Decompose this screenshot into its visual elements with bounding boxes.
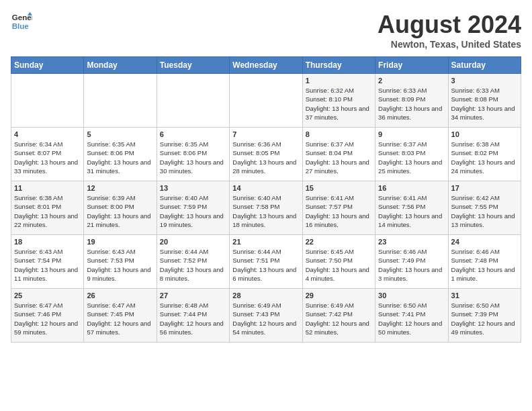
day-info: Sunrise: 6:49 AMSunset: 7:42 PMDaylight:… bbox=[306, 301, 372, 336]
day-number: 7 bbox=[232, 130, 299, 138]
day-info: Sunrise: 6:47 AMSunset: 7:46 PMDaylight:… bbox=[14, 301, 81, 336]
calendar-day-cell: 22Sunrise: 6:45 AMSunset: 7:50 PMDayligh… bbox=[302, 235, 375, 289]
day-info: Sunrise: 6:38 AMSunset: 8:01 PMDaylight:… bbox=[14, 193, 81, 229]
day-number: 2 bbox=[378, 77, 445, 85]
calendar-week-row: 1Sunrise: 6:32 AMSunset: 8:10 PMDaylight… bbox=[11, 74, 521, 128]
calendar-day-cell: 25Sunrise: 6:47 AMSunset: 7:46 PMDayligh… bbox=[11, 289, 84, 342]
calendar-day-cell: 28Sunrise: 6:49 AMSunset: 7:43 PMDayligh… bbox=[230, 289, 302, 342]
calendar-day-cell: 31Sunrise: 6:50 AMSunset: 7:39 PMDayligh… bbox=[448, 289, 521, 342]
weekday-header-cell: Thursday bbox=[302, 57, 375, 74]
day-number: 16 bbox=[378, 184, 445, 192]
day-info: Sunrise: 6:49 AMSunset: 7:43 PMDaylight:… bbox=[232, 301, 299, 336]
calendar-day-cell: 17Sunrise: 6:42 AMSunset: 7:55 PMDayligh… bbox=[448, 181, 521, 235]
calendar-day-cell: 2Sunrise: 6:33 AMSunset: 8:09 PMDaylight… bbox=[375, 74, 448, 128]
calendar-day-cell: 15Sunrise: 6:41 AMSunset: 7:57 PMDayligh… bbox=[302, 181, 375, 235]
day-info: Sunrise: 6:44 AMSunset: 7:51 PMDaylight:… bbox=[232, 247, 299, 283]
day-info: Sunrise: 6:50 AMSunset: 7:41 PMDaylight:… bbox=[378, 301, 445, 336]
calendar-day-cell: 24Sunrise: 6:46 AMSunset: 7:48 PMDayligh… bbox=[448, 235, 521, 289]
day-number: 9 bbox=[378, 130, 445, 138]
day-number: 27 bbox=[160, 291, 226, 300]
calendar-day-cell: 20Sunrise: 6:44 AMSunset: 7:52 PMDayligh… bbox=[157, 235, 229, 289]
calendar-day-cell: 12Sunrise: 6:39 AMSunset: 8:00 PMDayligh… bbox=[84, 181, 157, 235]
day-info: Sunrise: 6:48 AMSunset: 7:44 PMDaylight:… bbox=[160, 301, 226, 336]
day-info: Sunrise: 6:43 AMSunset: 7:53 PMDaylight:… bbox=[87, 247, 153, 283]
calendar-day-cell: 14Sunrise: 6:40 AMSunset: 7:58 PMDayligh… bbox=[230, 181, 302, 235]
svg-text:Blue: Blue bbox=[12, 22, 30, 30]
logo-icon: General Blue bbox=[11, 11, 32, 32]
day-number: 6 bbox=[160, 130, 226, 138]
day-info: Sunrise: 6:40 AMSunset: 7:59 PMDaylight:… bbox=[160, 193, 226, 229]
calendar-day-cell bbox=[11, 74, 84, 128]
weekday-header-cell: Wednesday bbox=[230, 57, 302, 74]
calendar-day-cell: 27Sunrise: 6:48 AMSunset: 7:44 PMDayligh… bbox=[157, 289, 229, 342]
calendar-day-cell: 11Sunrise: 6:38 AMSunset: 8:01 PMDayligh… bbox=[11, 181, 84, 235]
calendar-day-cell: 1Sunrise: 6:32 AMSunset: 8:10 PMDaylight… bbox=[302, 74, 375, 128]
calendar-day-cell bbox=[84, 74, 157, 128]
day-info: Sunrise: 6:35 AMSunset: 8:06 PMDaylight:… bbox=[160, 140, 226, 175]
day-number: 8 bbox=[306, 130, 372, 138]
calendar-day-cell: 26Sunrise: 6:47 AMSunset: 7:45 PMDayligh… bbox=[84, 289, 157, 342]
calendar-day-cell: 8Sunrise: 6:37 AMSunset: 8:04 PMDaylight… bbox=[302, 128, 375, 181]
calendar-day-cell: 19Sunrise: 6:43 AMSunset: 7:53 PMDayligh… bbox=[84, 235, 157, 289]
calendar-day-cell: 3Sunrise: 6:33 AMSunset: 8:08 PMDaylight… bbox=[448, 74, 521, 128]
calendar-table: SundayMondayTuesdayWednesdayThursdayFrid… bbox=[11, 56, 521, 342]
title-block: August 2024 Newton, Texas, United States bbox=[378, 11, 521, 50]
day-info: Sunrise: 6:46 AMSunset: 7:48 PMDaylight:… bbox=[451, 247, 518, 283]
calendar-week-row: 18Sunrise: 6:43 AMSunset: 7:54 PMDayligh… bbox=[11, 235, 521, 289]
day-info: Sunrise: 6:37 AMSunset: 8:03 PMDaylight:… bbox=[378, 140, 445, 175]
calendar-day-cell: 18Sunrise: 6:43 AMSunset: 7:54 PMDayligh… bbox=[11, 235, 84, 289]
calendar-day-cell: 7Sunrise: 6:36 AMSunset: 8:05 PMDaylight… bbox=[230, 128, 302, 181]
logo: General Blue bbox=[11, 11, 32, 32]
day-info: Sunrise: 6:35 AMSunset: 8:06 PMDaylight:… bbox=[87, 140, 153, 175]
day-number: 13 bbox=[160, 184, 226, 192]
calendar-day-cell: 21Sunrise: 6:44 AMSunset: 7:51 PMDayligh… bbox=[230, 235, 302, 289]
day-number: 4 bbox=[14, 130, 81, 138]
day-number: 30 bbox=[378, 291, 445, 300]
weekday-header-cell: Friday bbox=[375, 57, 448, 74]
weekday-header-row: SundayMondayTuesdayWednesdayThursdayFrid… bbox=[11, 57, 521, 74]
day-number: 24 bbox=[451, 238, 518, 246]
weekday-header-cell: Saturday bbox=[448, 57, 521, 74]
day-number: 19 bbox=[87, 238, 153, 246]
day-info: Sunrise: 6:41 AMSunset: 7:56 PMDaylight:… bbox=[378, 193, 445, 229]
day-info: Sunrise: 6:44 AMSunset: 7:52 PMDaylight:… bbox=[160, 247, 226, 283]
calendar-day-cell: 4Sunrise: 6:34 AMSunset: 8:07 PMDaylight… bbox=[11, 128, 84, 181]
day-number: 1 bbox=[306, 77, 372, 85]
page-header: General Blue August 2024 Newton, Texas, … bbox=[11, 11, 521, 50]
day-number: 21 bbox=[232, 238, 299, 246]
weekday-header-cell: Monday bbox=[84, 57, 157, 74]
calendar-day-cell: 13Sunrise: 6:40 AMSunset: 7:59 PMDayligh… bbox=[157, 181, 229, 235]
day-info: Sunrise: 6:32 AMSunset: 8:10 PMDaylight:… bbox=[306, 86, 372, 122]
day-number: 10 bbox=[451, 130, 518, 138]
calendar-day-cell bbox=[230, 74, 302, 128]
day-info: Sunrise: 6:47 AMSunset: 7:45 PMDaylight:… bbox=[87, 301, 153, 336]
calendar-week-row: 11Sunrise: 6:38 AMSunset: 8:01 PMDayligh… bbox=[11, 181, 521, 235]
day-info: Sunrise: 6:42 AMSunset: 7:55 PMDaylight:… bbox=[451, 193, 518, 229]
day-number: 29 bbox=[306, 291, 372, 300]
day-info: Sunrise: 6:37 AMSunset: 8:04 PMDaylight:… bbox=[306, 140, 372, 175]
day-info: Sunrise: 6:33 AMSunset: 8:09 PMDaylight:… bbox=[378, 86, 445, 122]
weekday-header-cell: Tuesday bbox=[157, 57, 229, 74]
day-info: Sunrise: 6:41 AMSunset: 7:57 PMDaylight:… bbox=[306, 193, 372, 229]
day-number: 12 bbox=[87, 184, 153, 192]
location-subtitle: Newton, Texas, United States bbox=[378, 39, 521, 50]
day-info: Sunrise: 6:36 AMSunset: 8:05 PMDaylight:… bbox=[232, 140, 299, 175]
day-number: 28 bbox=[232, 291, 299, 300]
calendar-body: 1Sunrise: 6:32 AMSunset: 8:10 PMDaylight… bbox=[11, 74, 521, 342]
day-info: Sunrise: 6:45 AMSunset: 7:50 PMDaylight:… bbox=[306, 247, 372, 283]
calendar-day-cell: 30Sunrise: 6:50 AMSunset: 7:41 PMDayligh… bbox=[375, 289, 448, 342]
calendar-day-cell: 10Sunrise: 6:38 AMSunset: 8:02 PMDayligh… bbox=[448, 128, 521, 181]
calendar-week-row: 25Sunrise: 6:47 AMSunset: 7:46 PMDayligh… bbox=[11, 289, 521, 342]
day-number: 26 bbox=[87, 291, 153, 300]
day-number: 18 bbox=[14, 238, 81, 246]
day-number: 22 bbox=[306, 238, 372, 246]
calendar-week-row: 4Sunrise: 6:34 AMSunset: 8:07 PMDaylight… bbox=[11, 128, 521, 181]
day-number: 31 bbox=[451, 291, 518, 300]
day-info: Sunrise: 6:50 AMSunset: 7:39 PMDaylight:… bbox=[451, 301, 518, 336]
day-info: Sunrise: 6:34 AMSunset: 8:07 PMDaylight:… bbox=[14, 140, 81, 175]
day-number: 14 bbox=[232, 184, 299, 192]
month-year-title: August 2024 bbox=[378, 11, 521, 39]
day-number: 15 bbox=[306, 184, 372, 192]
day-info: Sunrise: 6:43 AMSunset: 7:54 PMDaylight:… bbox=[14, 247, 81, 283]
day-number: 17 bbox=[451, 184, 518, 192]
